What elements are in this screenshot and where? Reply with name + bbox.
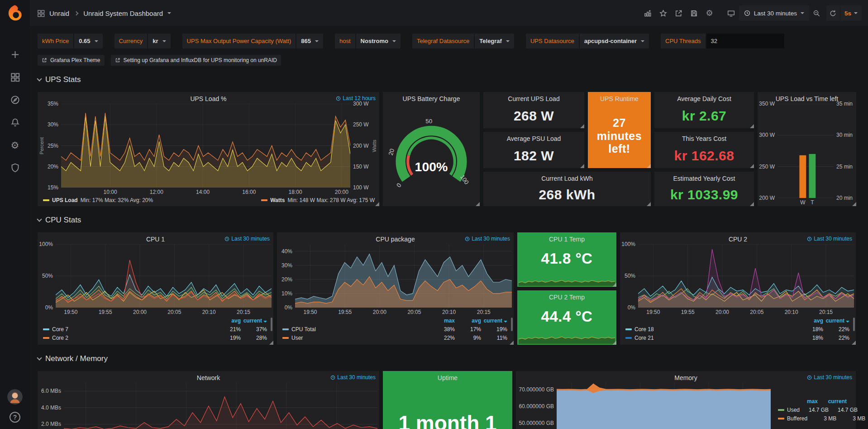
zoom-out-button[interactable] <box>809 5 825 21</box>
chevron-down-icon <box>37 76 42 81</box>
panel-title[interactable]: CPU package <box>376 236 415 243</box>
breadcrumb-folder[interactable]: Unraid <box>49 10 69 17</box>
sidebar-alerting-button[interactable] <box>10 117 20 128</box>
breadcrumb-dashboard-title[interactable]: Unraid System Dashboard <box>83 10 163 17</box>
sort-caret-icon[interactable] <box>504 321 507 323</box>
refresh-interval-button[interactable]: 5s <box>840 5 862 21</box>
time-picker-button[interactable]: Last 30 minutes <box>739 5 809 21</box>
legend-series-name[interactable]: Core 18 <box>634 326 654 333</box>
sidebar-configuration-button[interactable]: ⚙ <box>10 140 20 150</box>
variable-value-dropdown[interactable]: kr <box>148 34 170 48</box>
panel-resize-handle[interactable] <box>647 202 651 206</box>
share-button[interactable] <box>671 5 687 21</box>
cpu-threads-input[interactable] <box>706 34 784 48</box>
link-grafana-plex-theme[interactable]: Grafana Plex Theme <box>38 55 105 66</box>
panel-title[interactable]: Estimated Yearly Cost <box>673 175 735 182</box>
gauge-value: 100% <box>415 159 448 174</box>
panel-title[interactable]: Current UPS Load <box>508 95 559 102</box>
panel-title[interactable]: Memory <box>674 374 697 381</box>
legend-scrollbar[interactable] <box>271 318 272 331</box>
star-button[interactable] <box>656 5 671 21</box>
panel-title[interactable]: Uptime <box>438 374 458 381</box>
chevron-down-icon[interactable] <box>167 12 171 14</box>
panel-resize-handle[interactable] <box>647 164 651 168</box>
gauge-tick-20: 20 <box>387 148 396 156</box>
panel-resize-handle[interactable] <box>612 341 616 345</box>
add-panel-icon <box>644 10 652 17</box>
sort-caret-icon[interactable] <box>263 321 267 323</box>
legend-series-name[interactable]: User <box>291 335 303 341</box>
legend-series-name[interactable]: Core 2 <box>52 335 68 341</box>
variable-value-dropdown[interactable]: Nostromo <box>356 34 401 48</box>
dashboard-settings-button[interactable]: ⚙ <box>702 5 717 21</box>
panel-resize-handle[interactable] <box>476 202 480 206</box>
panel-title[interactable]: UPS Battery Charge <box>403 95 460 102</box>
link-ups-monitoring-guide[interactable]: Setting up Grafana and InfluxDB for UPS … <box>111 55 281 66</box>
variable-value-dropdown[interactable]: 0.65 <box>74 34 102 48</box>
memory-chart[interactable]: 70.000000 GB60.000000 GB50.000000 GB <box>516 383 773 429</box>
cpu2-chart[interactable]: 100%50%0%19:5019:5520:0020:0520:1020:15 <box>620 244 856 316</box>
panel-title[interactable]: Network <box>197 374 220 381</box>
legend-series-name[interactable]: Used <box>787 407 800 413</box>
legend-scrollbar[interactable] <box>511 318 513 331</box>
add-panel-button[interactable] <box>640 5 656 21</box>
ups-load-vs-time-chart[interactable]: 350 W300 W250 W200 W35 min30 min25 min20… <box>758 104 856 206</box>
refresh-group: 5s <box>826 5 862 21</box>
variable-value-dropdown[interactable]: apcupsd-container <box>580 34 649 48</box>
legend-series-name[interactable]: Watts <box>270 197 285 203</box>
legend-series-name[interactable]: CPU Total <box>291 326 316 333</box>
sidebar-dashboards-button[interactable] <box>10 72 20 82</box>
variable-value-dropdown[interactable]: 865 <box>296 34 323 48</box>
panel-resize-handle[interactable] <box>269 341 273 345</box>
panel-title[interactable]: Average Daily Cost <box>677 95 731 102</box>
panel-resize-handle[interactable] <box>580 164 584 168</box>
panel-title[interactable]: CPU 2 <box>729 236 747 243</box>
legend-scrollbar[interactable] <box>853 318 855 331</box>
share-icon <box>675 10 682 17</box>
refresh-button[interactable] <box>826 5 840 21</box>
panel-title[interactable]: This Years Cost <box>682 135 726 142</box>
panel-resize-handle[interactable] <box>612 283 616 287</box>
user-avatar[interactable] <box>7 389 23 405</box>
panel-resize-handle[interactable] <box>852 341 856 345</box>
panel-resize-handle[interactable] <box>580 124 584 128</box>
panel-title[interactable]: CPU 1 Temp <box>549 236 585 243</box>
cpu-package-chart[interactable]: 40%30%20%10%0%19:5019:5520:0020:0520:102… <box>277 244 514 316</box>
cpu1-chart[interactable]: 100%50%0%19:5019:5520:0020:0520:1020:15 <box>38 244 273 316</box>
panel-network: Network Last 30 minutes 6.0 MBs4.0 MBs2.… <box>38 371 379 429</box>
legend-series-name[interactable]: UPS Load <box>52 197 78 203</box>
panel-resize-handle[interactable] <box>750 164 754 168</box>
help-button[interactable]: ? <box>10 412 20 423</box>
section-header-cpu-stats[interactable]: CPU Stats <box>38 213 861 227</box>
section-header-ups-stats[interactable]: UPS Stats <box>38 73 861 87</box>
panel-title[interactable]: Average PSU Load <box>507 135 561 142</box>
sort-caret-icon[interactable] <box>846 321 849 323</box>
sidebar-admin-button[interactable] <box>10 162 20 173</box>
legend-series-name[interactable]: Core 7 <box>52 326 68 333</box>
save-button[interactable] <box>687 5 702 21</box>
ups-load-chart[interactable]: Percent35%30%25%20%15%300 W250 W200 W150… <box>38 104 379 196</box>
grafana-logo[interactable] <box>5 4 24 23</box>
panel-resize-handle[interactable] <box>852 202 856 206</box>
sidebar-bottom: ? <box>7 389 23 423</box>
sidebar-explore-button[interactable] <box>10 94 20 105</box>
variable-value-dropdown[interactable]: Telegraf <box>475 34 514 48</box>
panel-time-override: Last 30 minutes <box>807 236 852 242</box>
cycle-view-mode-button[interactable] <box>724 5 739 21</box>
sidebar-create-button[interactable] <box>10 49 20 60</box>
legend-series-name[interactable]: Buffered <box>787 415 807 422</box>
variable-ups-datasource: UPS Datasource apcupsd-container <box>526 34 649 48</box>
panel-resize-handle[interactable] <box>510 341 514 345</box>
panel-title[interactable]: UPS Load % <box>190 95 226 102</box>
section-header-network-memory[interactable]: Network / Memory <box>38 352 861 366</box>
panel-resize-handle[interactable] <box>750 202 754 206</box>
panel-title[interactable]: Current Load kWh <box>541 175 593 182</box>
panel-title[interactable]: UPS Runtime <box>600 95 639 102</box>
panel-resize-handle[interactable] <box>750 124 754 128</box>
panel-title[interactable]: UPS Load vs Time left <box>776 95 839 102</box>
panel-title[interactable]: CPU 1 <box>146 236 165 243</box>
panel-title[interactable]: CPU 2 Temp <box>549 294 585 301</box>
legend-series-name[interactable]: Core 21 <box>634 335 654 341</box>
panel-resize-handle[interactable] <box>375 202 379 206</box>
network-chart[interactable]: 6.0 MBs4.0 MBs2.0 MBs <box>38 383 379 429</box>
